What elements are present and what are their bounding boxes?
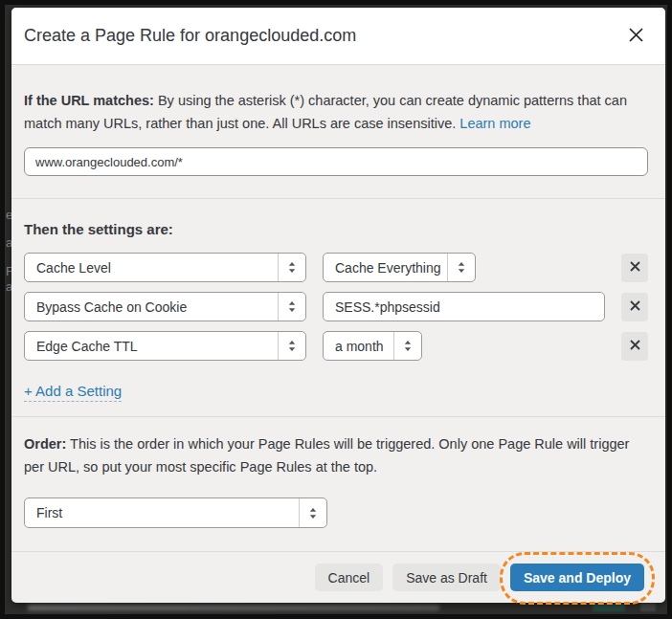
screenshot-frame: e a F a Create a Page Rule for orangeclo… bbox=[0, 0, 672, 619]
modal-header: Create a Page Rule for orangeclouded.com bbox=[11, 8, 665, 65]
delete-setting-button[interactable] bbox=[621, 293, 648, 321]
learn-more-link[interactable]: Learn more bbox=[459, 116, 530, 131]
setting-value-select[interactable]: a month bbox=[323, 331, 422, 361]
close-button[interactable] bbox=[624, 23, 648, 50]
add-setting-link[interactable]: + Add a Setting bbox=[24, 383, 122, 402]
save-and-deploy-wrap: Save and Deploy bbox=[510, 564, 644, 591]
order-section: Order: This is the order in which your P… bbox=[11, 417, 665, 552]
backdrop-widget-fragment bbox=[593, 604, 625, 611]
stepper-icon bbox=[278, 293, 305, 321]
save-as-draft-button[interactable]: Save as Draft bbox=[392, 564, 501, 591]
order-lead: Order: bbox=[24, 436, 66, 452]
delete-setting-button[interactable] bbox=[621, 332, 648, 361]
setting-type-select[interactable]: Bypass Cache on Cookie bbox=[24, 292, 306, 321]
setting-type-select[interactable]: Edge Cache TTL bbox=[24, 331, 306, 361]
stepper-icon bbox=[278, 332, 305, 360]
blurred-status-bar-url bbox=[28, 605, 439, 610]
stepper-icon bbox=[393, 332, 421, 360]
url-match-description: If the URL matches: By using the asteris… bbox=[24, 89, 648, 135]
stepper-icon bbox=[278, 254, 305, 281]
setting-row: Cache Level Cache Everything bbox=[24, 253, 648, 282]
page-rule-modal: Create a Page Rule for orangeclouded.com… bbox=[11, 8, 665, 603]
modal-footer: Cancel Save as Draft Save and Deploy bbox=[11, 552, 665, 603]
settings-rows: Cache Level Cache Everything bbox=[24, 253, 648, 361]
url-pattern-input[interactable] bbox=[24, 147, 648, 176]
backdrop-widget-fragment bbox=[640, 603, 656, 611]
order-select[interactable]: First bbox=[24, 497, 327, 528]
delete-setting-button[interactable] bbox=[621, 254, 648, 282]
settings-section: Then the settings are: Cache Level Cache… bbox=[11, 199, 665, 417]
delete-icon bbox=[630, 260, 640, 275]
setting-type-select[interactable]: Cache Level bbox=[24, 253, 306, 282]
setting-row: Edge Cache TTL a month bbox=[24, 331, 648, 361]
save-and-deploy-button[interactable]: Save and Deploy bbox=[510, 564, 644, 591]
setting-value-select[interactable]: Cache Everything bbox=[323, 253, 476, 282]
close-icon bbox=[628, 27, 644, 46]
delete-icon bbox=[630, 299, 640, 314]
url-match-section: If the URL matches: By using the asteris… bbox=[11, 65, 665, 199]
order-description: Order: This is the order in which your P… bbox=[24, 432, 648, 478]
settings-heading: Then the settings are: bbox=[24, 221, 648, 237]
stepper-icon bbox=[447, 254, 475, 281]
cancel-button[interactable]: Cancel bbox=[315, 564, 384, 591]
cookie-pattern-input[interactable] bbox=[323, 292, 605, 321]
setting-row: Bypass Cache on Cookie bbox=[24, 292, 648, 321]
delete-icon bbox=[630, 339, 640, 353]
modal-title: Create a Page Rule for orangeclouded.com bbox=[24, 26, 624, 46]
url-match-lead: If the URL matches: bbox=[24, 93, 154, 108]
stepper-icon bbox=[299, 498, 326, 527]
